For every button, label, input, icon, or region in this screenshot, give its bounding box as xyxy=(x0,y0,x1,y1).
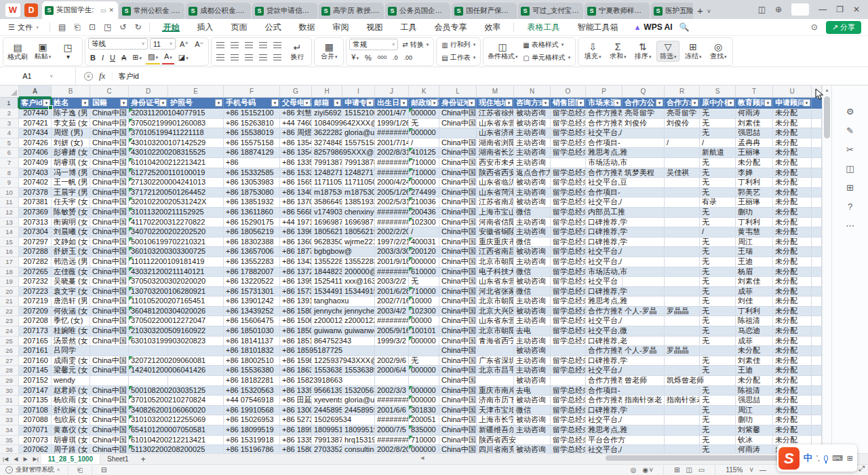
cell[interactable]: China中国 xyxy=(439,445,477,453)
cell[interactable]: 310113200211152925 xyxy=(129,208,224,218)
cell[interactable]: 留学总经办 xyxy=(551,138,586,149)
cell[interactable]: 合作方推荐 xyxy=(586,109,623,119)
cell[interactable]: hrq153199 xyxy=(342,436,375,446)
filter-dropdown-icon[interactable]: ▼ xyxy=(215,99,222,107)
currency-button[interactable]: ¥▾ xyxy=(349,52,361,64)
cell[interactable]: China中国 xyxy=(439,238,477,248)
cell[interactable]: 117110505 xyxy=(312,178,342,188)
close-icon[interactable]: ✕ xyxy=(107,7,115,14)
cell[interactable]: 2002/8/31 xyxy=(375,148,409,158)
cell[interactable]: China中国 xyxy=(90,316,129,326)
cell[interactable]: z20001227 xyxy=(342,316,375,326)
cell[interactable]: China中国 xyxy=(439,188,477,198)
cell[interactable]: ######## xyxy=(375,158,409,168)
column-letter-Q[interactable]: Q xyxy=(623,86,665,98)
cell[interactable]: +44 07546918 xyxy=(224,396,280,406)
cell[interactable]: 被动咨询 xyxy=(514,376,551,386)
align-icon[interactable] xyxy=(257,52,269,63)
cell[interactable]: 无 xyxy=(700,247,736,257)
cell[interactable]: 亮哥留学 xyxy=(623,109,665,119)
column-letter-E[interactable]: E xyxy=(168,86,224,98)
sort-button[interactable]: ⇅排序▾ xyxy=(631,41,654,61)
filter-dropdown-icon[interactable]: ▼ xyxy=(542,99,549,107)
cell[interactable]: 207145 xyxy=(19,366,52,376)
wps-logo-icon[interactable]: W xyxy=(5,3,20,17)
underline-button[interactable]: U xyxy=(108,52,117,63)
row-number-3[interactable]: 3 xyxy=(0,119,19,129)
cell[interactable]: / xyxy=(665,138,700,149)
cell[interactable] xyxy=(812,297,822,307)
cell[interactable]: 上海市长宁 xyxy=(477,415,514,425)
cell[interactable]: 102300 xyxy=(409,307,439,317)
cell[interactable]: China中国 xyxy=(90,297,129,307)
wrap-text-button[interactable]: ↵ 换行 xyxy=(285,42,309,61)
column-header-U[interactable]: 申请顾问▼ xyxy=(773,98,812,109)
column-letter-M[interactable]: M xyxy=(477,86,514,98)
cell[interactable]: 207223 xyxy=(19,287,52,297)
cell[interactable]: 180562199 xyxy=(312,227,342,238)
cell[interactable]: ######## xyxy=(375,396,409,406)
column-header-G[interactable]: 父母电话号码▼ xyxy=(280,98,312,109)
cell[interactable]: 口碑推荐,学 xyxy=(586,218,665,228)
cell[interactable]: 270335220 xyxy=(312,445,342,453)
chevron-up-icon[interactable]: ˄ xyxy=(57,468,60,472)
cell[interactable]: 新航道 xyxy=(700,148,736,158)
cell[interactable]: xyevents@ xyxy=(312,396,342,406)
cell[interactable]: 微信 xyxy=(514,406,551,416)
cell[interactable]: 合作项目- xyxy=(586,386,665,396)
cell[interactable]: 2001/6/6 xyxy=(375,406,409,416)
filter-dropdown-icon[interactable]: ▼ xyxy=(366,99,374,107)
cell[interactable]: 留学总经办 xyxy=(551,227,586,238)
cell[interactable]: 冯一博 (男 xyxy=(52,168,90,178)
cell[interactable]: +86 13544021983 xyxy=(280,148,312,158)
cell[interactable]: 湖南省长沙 xyxy=(477,148,514,158)
row-number-26[interactable]: 26 xyxy=(0,346,19,356)
formula-list-icon[interactable]: ≡ xyxy=(84,72,93,81)
cell[interactable]: China中国 xyxy=(439,346,514,356)
cell[interactable]: China中国 xyxy=(439,277,477,287)
column-header-H[interactable]: 邮箱▼ xyxy=(312,98,342,109)
menu-item-1[interactable]: 插入 xyxy=(188,22,222,32)
cell[interactable]: China中国 xyxy=(439,148,477,158)
cell[interactable]: 社交平台,微 xyxy=(586,326,665,337)
cell[interactable]: +86 15808419903 xyxy=(280,445,312,453)
cell[interactable]: 无 xyxy=(700,366,736,376)
filter-dropdown-icon[interactable]: ▼ xyxy=(81,99,89,107)
cell[interactable]: 18448233 xyxy=(312,267,342,278)
cell[interactable] xyxy=(665,238,700,248)
decrease-decimal-button[interactable]: .0 xyxy=(391,52,400,63)
cell[interactable]: 任天宇 (女 xyxy=(52,197,90,208)
cell[interactable]: 黄韦慧 xyxy=(736,227,773,238)
cell[interactable]: 市场活动,市 xyxy=(586,158,665,168)
cell[interactable]: +86 18501030983 xyxy=(280,326,312,337)
cell[interactable]: 无 xyxy=(700,287,736,297)
cell[interactable] xyxy=(812,425,822,436)
cell[interactable]: 留学总经办 xyxy=(551,366,586,376)
cell[interactable] xyxy=(812,148,822,158)
cell[interactable]: 1225937943XXX@163. xyxy=(312,356,375,366)
cell[interactable]: 799138782 xyxy=(342,158,375,168)
cell[interactable] xyxy=(665,415,700,425)
cell[interactable]: 169698712 xyxy=(312,218,342,228)
cell[interactable]: 留学总经办 xyxy=(551,197,586,208)
cell[interactable] xyxy=(665,445,700,453)
cell[interactable]: 安徽省铜陵 xyxy=(477,227,514,238)
row-number-15[interactable]: 15 xyxy=(0,238,19,248)
add-sheet-button[interactable]: + xyxy=(136,455,151,464)
column-header-S[interactable]: 原中介机▼ xyxy=(700,98,736,109)
cell[interactable]: 207265 xyxy=(19,267,52,278)
cell[interactable]: 返点合作方 xyxy=(514,168,551,178)
context-menu-item-1[interactable]: 智能工具箱 xyxy=(568,22,627,32)
scroll-up-icon[interactable]: ▲ xyxy=(823,86,831,95)
cell[interactable]: 山东省济南 xyxy=(477,128,514,138)
cell[interactable]: 吕同学 xyxy=(52,346,90,356)
cell[interactable]: 留学总经办 xyxy=(551,425,586,436)
cell[interactable]: China中国 xyxy=(439,337,477,347)
cell[interactable]: 610000 xyxy=(409,267,439,278)
row-number-33[interactable]: 33 xyxy=(0,415,19,425)
row-number-25[interactable]: 25 xyxy=(0,337,19,347)
ime-toolbox-icon[interactable]: ⊞ xyxy=(847,454,853,463)
cell[interactable]: +86 13954682513 xyxy=(280,277,312,287)
cell[interactable]: 无 xyxy=(700,208,736,218)
cell[interactable]: 630103199903020823 xyxy=(129,337,224,347)
